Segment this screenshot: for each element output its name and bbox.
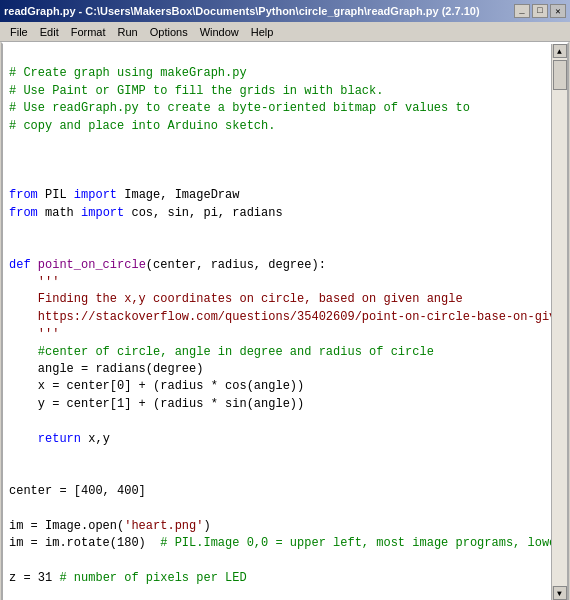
minimize-button[interactable]: _ <box>514 4 530 18</box>
code-editor[interactable]: # Create graph using makeGraph.py # Use … <box>3 44 551 600</box>
main-window: # Create graph using makeGraph.py # Use … <box>1 42 569 600</box>
title-bar-text: readGraph.py - C:\Users\MakersBox\Docume… <box>4 5 480 17</box>
scroll-track <box>552 58 567 586</box>
maximize-button[interactable]: □ <box>532 4 548 18</box>
menu-options[interactable]: Options <box>144 24 194 40</box>
scrollbar-vertical[interactable]: ▲ ▼ <box>551 44 567 600</box>
menu-window[interactable]: Window <box>194 24 245 40</box>
title-bar: readGraph.py - C:\Users\MakersBox\Docume… <box>0 0 570 22</box>
menu-edit[interactable]: Edit <box>34 24 65 40</box>
scroll-thumb[interactable] <box>553 60 567 90</box>
menu-run[interactable]: Run <box>112 24 144 40</box>
menu-format[interactable]: Format <box>65 24 112 40</box>
close-button[interactable]: ✕ <box>550 4 566 18</box>
menu-file[interactable]: File <box>4 24 34 40</box>
menu-help[interactable]: Help <box>245 24 280 40</box>
menu-bar: File Edit Format Run Options Window Help <box>0 22 570 42</box>
title-bar-buttons: _ □ ✕ <box>514 4 566 18</box>
code-container: # Create graph using makeGraph.py # Use … <box>3 44 567 600</box>
scroll-down-button[interactable]: ▼ <box>553 586 567 600</box>
app-window: readGraph.py - C:\Users\MakersBox\Docume… <box>0 0 570 600</box>
scroll-up-button[interactable]: ▲ <box>553 44 567 58</box>
